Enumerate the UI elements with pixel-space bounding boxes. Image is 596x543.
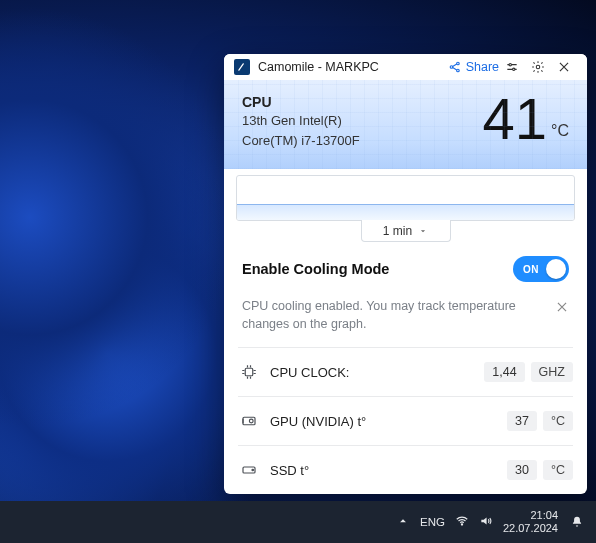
- clock[interactable]: 21:04 22.07.2024: [503, 509, 558, 534]
- stat-row-ssd: SSD t° 30 °C: [224, 446, 587, 494]
- gpu-unit: °C: [543, 411, 573, 431]
- sliders-icon: [505, 60, 519, 74]
- svg-point-8: [249, 419, 253, 423]
- ssd-value: 30: [507, 460, 537, 480]
- chart-line: [237, 204, 574, 220]
- cooling-toggle-row: Enable Cooling Mode ON: [224, 242, 587, 290]
- cpu-temp: 41 °C: [483, 90, 569, 148]
- cooling-notice: CPU cooling enabled. You may track tempe…: [224, 290, 587, 347]
- cpu-clock-label: CPU CLOCK:: [270, 365, 484, 380]
- notice-close-button[interactable]: [555, 300, 569, 314]
- ssd-unit: °C: [543, 460, 573, 480]
- cpu-header: CPU 13th Gen Intel(R) Core(TM) i7-13700F…: [224, 80, 587, 169]
- taskbar: ENG 21:04 22.07.2024: [0, 501, 596, 543]
- cooling-notice-text: CPU cooling enabled. You may track tempe…: [242, 298, 545, 333]
- share-label: Share: [466, 60, 499, 74]
- cooling-toggle-label: Enable Cooling Mode: [242, 261, 389, 277]
- volume-icon: [479, 514, 493, 528]
- close-icon: [555, 300, 569, 314]
- cpu-clock-unit: GHZ: [531, 362, 573, 382]
- close-icon: [557, 60, 571, 74]
- cooling-toggle[interactable]: ON: [513, 256, 569, 282]
- settings-button[interactable]: [525, 54, 551, 80]
- svg-point-10: [252, 469, 254, 471]
- svg-point-2: [456, 69, 459, 72]
- language-indicator[interactable]: ENG: [420, 516, 445, 528]
- toggle-knob: [546, 259, 566, 279]
- svg-point-1: [456, 62, 459, 65]
- system-tray: ENG 21:04 22.07.2024: [396, 509, 586, 534]
- svg-point-5: [536, 65, 540, 69]
- toggle-on-text: ON: [523, 256, 539, 282]
- wifi-button[interactable]: [455, 514, 469, 530]
- tray-overflow-button[interactable]: [396, 514, 410, 530]
- ssd-label: SSD t°: [270, 463, 507, 478]
- share-icon: [448, 60, 462, 74]
- chart-range-selector[interactable]: 1 min: [361, 220, 451, 242]
- gear-icon: [531, 60, 545, 74]
- notifications-button[interactable]: [568, 513, 586, 531]
- volume-button[interactable]: [479, 514, 493, 530]
- window-title: Camomile - MARKPC: [258, 60, 379, 74]
- svg-point-11: [461, 524, 462, 525]
- ssd-icon: [238, 459, 260, 481]
- close-button[interactable]: [551, 54, 577, 80]
- clock-date: 22.07.2024: [503, 522, 558, 535]
- clock-time: 21:04: [503, 509, 558, 522]
- stat-row-gpu: GPU (NVIDIA) t° 37 °C: [224, 397, 587, 445]
- titlebar: Camomile - MARKPC Share: [224, 54, 587, 80]
- chart-range-label: 1 min: [383, 224, 412, 238]
- svg-point-4: [513, 68, 515, 70]
- cpu-temp-value: 41: [483, 90, 548, 148]
- share-button[interactable]: Share: [448, 60, 499, 74]
- svg-rect-6: [245, 369, 253, 377]
- gpu-label: GPU (NVIDIA) t°: [270, 414, 507, 429]
- app-window: Camomile - MARKPC Share CPU: [224, 54, 587, 494]
- cpu-temp-unit: °C: [551, 122, 569, 148]
- svg-point-3: [509, 64, 511, 66]
- svg-point-0: [450, 66, 453, 69]
- bell-icon: [570, 515, 584, 529]
- gpu-value: 37: [507, 411, 537, 431]
- app-icon: [234, 59, 250, 75]
- gpu-icon: [238, 410, 260, 432]
- sliders-button[interactable]: [499, 54, 525, 80]
- temperature-chart: [236, 175, 575, 221]
- chart-area: 1 min: [224, 169, 587, 242]
- cpu-icon: [238, 361, 260, 383]
- chevron-up-icon: [396, 514, 410, 528]
- chevron-down-icon: [418, 226, 428, 236]
- wifi-icon: [455, 514, 469, 528]
- cpu-clock-value: 1,44: [484, 362, 524, 382]
- stat-row-cpu-clock: CPU CLOCK: 1,44 GHZ: [224, 348, 587, 396]
